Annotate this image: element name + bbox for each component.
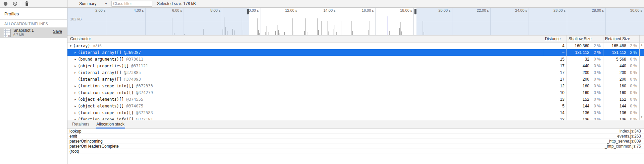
selection-handle-right[interactable] (414, 9, 416, 14)
expander-icon[interactable]: ▸ (73, 104, 77, 108)
frame-function-name: lookup (69, 129, 81, 134)
perspective-select-label: Summary (79, 1, 96, 6)
tab-retainers[interactable]: Retainers (71, 122, 90, 129)
expander-icon[interactable]: ▸ (73, 64, 77, 68)
shallow-size-cell: 32 (566, 57, 591, 62)
stack-frame-row[interactable]: parserOnIncoming _http_server.js:809 (67, 139, 644, 144)
frame-source-link[interactable]: _http_server.js:809 (607, 139, 641, 144)
shallow-pct-cell: 2 % (591, 50, 603, 55)
stack-frame-row[interactable]: emit events.js:263 (67, 134, 644, 139)
shallow-size-cell: 440 (566, 64, 591, 68)
frame-function-name: (root) (69, 149, 79, 154)
allocation-bar (304, 31, 305, 35)
time-tick-label: 14.00 s (313, 8, 336, 12)
constructor-cell: ▸ (function scope info)[] @372583 (67, 110, 543, 115)
retained-size-cell: 144 (603, 104, 627, 108)
table-row[interactable]: ▾ (array) ×315 4 160 360 2 % 165 488 2 % (67, 43, 644, 49)
allocation-bar (321, 21, 322, 35)
table-row[interactable]: ▸ (internal array)[] @373885 17 200 0 % … (67, 69, 644, 76)
column-header-constructor[interactable]: Constructor (67, 35, 543, 42)
save-link[interactable]: Save (53, 29, 62, 34)
allocation-bar (401, 31, 402, 35)
retained-pct-cell: 0 % (627, 110, 639, 115)
sidebar-divider[interactable] (67, 0, 67, 164)
expander-icon[interactable]: ▾ (69, 44, 72, 48)
snapshot-text: Snapshot 1 6.7 MB (13, 28, 34, 37)
expander-icon[interactable]: ▸ (73, 98, 77, 101)
expander-icon[interactable]: ▸ (73, 71, 77, 74)
time-tick-label: 22.00 s (467, 8, 489, 12)
column-separator (603, 35, 603, 120)
expander-icon[interactable]: ▸ (73, 58, 77, 61)
record-button[interactable] (2, 0, 9, 7)
scroll-down-icon[interactable]: ▼ (639, 115, 644, 119)
perspective-select[interactable]: Summary ▼ (79, 1, 107, 6)
table-row[interactable]: ▸ (object elements)[] @374075 5 144 0 % … (67, 103, 644, 109)
frame-source-link[interactable]: _http_common.js:75 (605, 144, 641, 149)
grid-line (260, 8, 260, 35)
shallow-pct-cell: 0 % (591, 64, 603, 68)
tab-allocation-stack[interactable]: Allocation stack (96, 122, 125, 129)
constructor-name: (object properties)[] (78, 64, 129, 68)
column-header-shallow-size[interactable]: Shallow Size (566, 35, 603, 42)
distance-cell: 5 (543, 104, 566, 108)
shallow-pct-cell: 0 % (591, 117, 603, 120)
clear-button[interactable] (12, 0, 18, 7)
constructor-cell: ▸ (function scope info)[] @372181 (67, 117, 543, 120)
table-row[interactable]: ▸ (function scope info)[] @372583 14 136… (67, 109, 644, 116)
column-separator (566, 35, 566, 120)
stack-frame-row[interactable]: (root) (67, 149, 644, 154)
constructor-table-header: Constructor Distance Shallow Size Retain… (67, 35, 644, 43)
distance-cell: 13 (543, 97, 566, 102)
column-header-retained-size[interactable]: Retained Size (603, 35, 644, 42)
object-id: @374279 (136, 90, 153, 95)
distance-cell: 17 (543, 64, 566, 68)
time-tick-label: 8.00 s (198, 8, 220, 12)
expander-icon[interactable]: ▸ (73, 84, 77, 88)
allocation-bar (352, 31, 353, 35)
shallow-size-cell: 136 (566, 117, 591, 120)
expander-icon[interactable]: ▸ (73, 111, 77, 114)
table-row[interactable]: ▸ (object properties)[] @371121 17 440 0… (67, 63, 644, 69)
scroll-up-icon[interactable]: ▲ (639, 43, 644, 47)
stack-frame-row[interactable]: parserOnHeadersComplete _http_common.js:… (67, 144, 644, 149)
delete-profile-button[interactable] (23, 0, 30, 7)
table-scrollbar[interactable]: ▲ ▼ (639, 43, 644, 120)
selected-size-label: Selected size: 178 kB (157, 1, 196, 6)
sidebar-item-snapshot-1[interactable]: % Snapshot 1 6.7 MB Save (0, 27, 67, 38)
object-id: @372583 (136, 110, 153, 115)
frame-function-name: parserOnIncoming (69, 139, 103, 144)
table-row[interactable]: ▸ (object elements)[] @374555 13 152 0 %… (67, 96, 644, 103)
constructor-cell: ▸ (function scope info)[] @372333 (67, 84, 543, 88)
table-row[interactable]: ▸ (internal array)[] @369387 – 131 112 2… (67, 49, 644, 56)
constructor-cell: ▸ (function scope info)[] @374279 (67, 90, 543, 95)
constructor-name: (bound arguments)[] (78, 57, 124, 62)
object-id: @369387 (124, 50, 141, 55)
timeline-overview[interactable]: 102 kB 2.00 s4.00 s6.00 s8.00 s10.00 s12… (67, 8, 644, 35)
table-row[interactable]: ▸ (function scope info)[] @372181 12 136… (67, 116, 644, 120)
distance-cell: 15 (543, 57, 566, 62)
table-row[interactable]: ▸ (function scope info)[] @372333 12 160… (67, 83, 644, 89)
retained-size-cell: 160 (603, 84, 627, 88)
allocation-timelines-section-header: ALLOCATION TIMELINES (0, 19, 67, 27)
table-row[interactable]: ▸ (bound arguments)[] @373611 15 32 0 % … (67, 56, 644, 63)
shallow-pct-cell: 0 % (591, 97, 603, 102)
expander-icon[interactable]: ▸ (73, 51, 77, 54)
selection-handle-left[interactable] (247, 9, 249, 14)
shallow-pct-cell: 0 % (591, 104, 603, 108)
expander-icon[interactable]: ▸ (73, 91, 77, 94)
constructor-cell: ▸ (bound arguments)[] @373611 (67, 57, 543, 62)
frame-source-link[interactable]: index.js:343 (620, 129, 641, 134)
stack-frame-row[interactable]: lookup index.js:343 (67, 129, 644, 134)
frame-source-link[interactable]: events.js:263 (617, 134, 641, 139)
retained-size-cell: 5 568 (603, 57, 627, 62)
table-row[interactable]: ▸ (function scope info)[] @374279 10 160… (67, 89, 644, 96)
frame-function-name: emit (69, 134, 77, 139)
column-header-distance[interactable]: Distance (543, 35, 566, 42)
allocation-bar (284, 32, 285, 35)
shallow-size-cell: 200 (566, 77, 591, 82)
class-filter-input[interactable] (111, 1, 152, 7)
table-row[interactable]: (internal array)[] @374093 17 200 0 % 20… (67, 76, 644, 83)
frame-function-name: parserOnHeadersComplete (69, 144, 119, 149)
retained-size-cell: 200 (603, 70, 627, 75)
